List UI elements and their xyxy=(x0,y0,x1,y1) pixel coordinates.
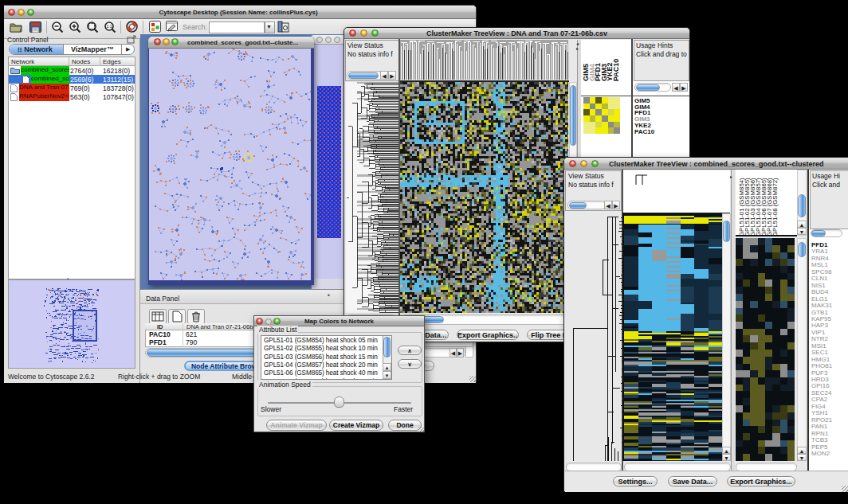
svg-text:1:1: 1:1 xyxy=(107,24,112,29)
